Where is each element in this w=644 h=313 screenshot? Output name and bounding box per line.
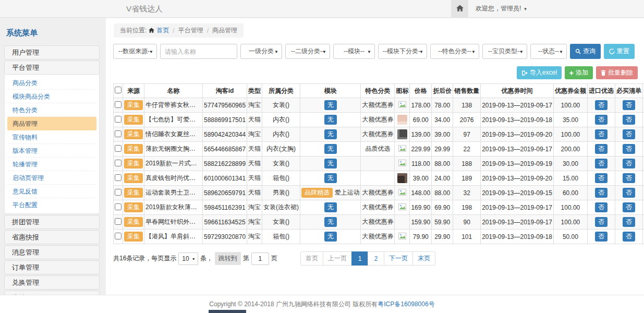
sidebar-section[interactable]: 拼团管理 (4, 215, 100, 229)
home-button[interactable] (451, 0, 468, 17)
filter-select[interactable]: --状态--▼ (530, 44, 567, 59)
module-none-badge[interactable]: 无 (324, 217, 337, 227)
sidebar-section[interactable]: 兑换管理 (4, 275, 100, 290)
sidebar-section[interactable]: 消息管理 (4, 245, 100, 259)
row-checkbox[interactable] (115, 218, 121, 225)
row-select-cell (114, 127, 123, 142)
sidebar-item[interactable]: 轮播管理 (7, 158, 96, 171)
icp-link[interactable]: 粤ICP备16098006号 (378, 300, 434, 309)
sidebar-item[interactable]: 启动页管理 (7, 171, 96, 185)
row-checkbox[interactable] (115, 160, 121, 166)
row-checkbox[interactable] (115, 145, 121, 152)
page-button[interactable]: 1 (351, 251, 368, 266)
cell-module: 无 (300, 156, 361, 171)
row-checkbox[interactable] (115, 174, 121, 181)
add-button[interactable]: + 添加 (565, 66, 593, 79)
import-select-toggle[interactable]: 否 (595, 188, 607, 198)
must-buy-toggle[interactable]: 否 (623, 129, 635, 140)
user-menu[interactable]: 欢迎您，管理员! ▾ (468, 0, 534, 17)
must-buy-toggle[interactable]: 否 (623, 115, 635, 125)
import-select-toggle[interactable]: 否 (595, 202, 607, 213)
sidebar-item[interactable]: 商品管理 (7, 117, 96, 130)
must-buy-toggle[interactable]: 否 (623, 144, 635, 154)
filter-select[interactable]: --模块--▼ (333, 44, 375, 59)
module-none-badge[interactable]: 无 (324, 115, 337, 125)
import-select-toggle[interactable]: 否 (595, 232, 607, 242)
row-checkbox[interactable] (115, 189, 121, 196)
cell-icon (395, 215, 410, 230)
module-none-badge[interactable]: 无 (324, 129, 337, 140)
filter-select[interactable]: --宝贝类型--▼ (482, 44, 527, 59)
filter-select[interactable]: --数据来源--▼ (113, 44, 157, 59)
import-select-toggle[interactable]: 否 (595, 144, 607, 154)
must-buy-toggle[interactable]: 否 (623, 173, 635, 184)
breadcrumb-separator: / (205, 27, 210, 34)
name-search-input[interactable] (160, 44, 237, 59)
module-none-badge[interactable]: 无 (324, 202, 337, 213)
sidebar-item[interactable]: 平台配置 (7, 198, 96, 212)
reset-button[interactable]: 重置 (604, 44, 635, 59)
cell-feature-category (361, 156, 395, 171)
module-none-badge[interactable]: 无 (324, 173, 337, 184)
sidebar-section[interactable]: 订单管理 (4, 260, 100, 274)
sidebar-section[interactable]: 统计管理 (4, 291, 100, 295)
sidebar-item[interactable]: 商品分类 (7, 76, 96, 90)
must-buy-toggle[interactable]: 否 (623, 217, 635, 227)
must-buy-toggle[interactable]: 否 (623, 100, 635, 111)
sidebar-item[interactable]: 版本管理 (7, 144, 96, 158)
cell-discount-price: 69.90 (432, 200, 453, 215)
must-buy-toggle[interactable]: 否 (623, 202, 635, 213)
import-select-toggle[interactable]: 否 (595, 100, 607, 111)
cell-type: 天猫 (247, 171, 262, 186)
filter-select[interactable]: --模块下分类--▼ (378, 44, 427, 59)
import-select-toggle[interactable]: 否 (595, 217, 607, 227)
sidebar-item[interactable]: 宣传物料 (7, 130, 96, 144)
column-header: 折后价 (432, 84, 453, 98)
page-button[interactable]: 下一页 (384, 251, 413, 266)
module-none-badge[interactable]: 无 (324, 159, 337, 169)
sidebar-item[interactable]: 特色分类 (7, 103, 96, 117)
must-buy-toggle[interactable]: 否 (623, 159, 635, 169)
cell-price: 39.00 (410, 171, 432, 186)
page-button[interactable]: 2 (368, 251, 384, 266)
import-select-toggle[interactable]: 否 (595, 173, 607, 184)
sidebar-item[interactable]: 意见反馈 (7, 185, 96, 198)
page-button[interactable]: 首页 (300, 251, 323, 266)
per-page-select[interactable]: 10 ▼ (178, 252, 198, 265)
broken-image-icon (398, 102, 406, 110)
sidebar-section[interactable]: 省惠快报 (4, 230, 100, 244)
row-select-cell (114, 142, 123, 156)
jump-button[interactable]: 跳转到 (215, 252, 241, 265)
horizontal-scrollbar-thumb[interactable] (209, 310, 246, 313)
import-select-toggle[interactable]: 否 (595, 159, 607, 169)
must-buy-toggle[interactable]: 否 (623, 232, 635, 242)
module-none-badge[interactable]: 无 (324, 232, 337, 242)
row-checkbox[interactable] (115, 116, 121, 123)
cell-sales: 198 (453, 200, 481, 215)
page-number-input[interactable] (251, 252, 269, 265)
breadcrumb-home-link[interactable]: 首页 (156, 26, 169, 35)
chevron-down-icon: ▼ (471, 50, 476, 54)
module-none-badge[interactable]: 无 (324, 100, 337, 111)
row-checkbox[interactable] (115, 233, 121, 239)
search-button[interactable]: 查询 (570, 44, 601, 59)
row-checkbox[interactable] (115, 203, 121, 210)
row-checkbox[interactable] (115, 101, 121, 108)
row-checkbox[interactable] (115, 130, 121, 137)
filter-select[interactable]: --特色分类--▼ (430, 44, 479, 59)
import-select-toggle[interactable]: 否 (595, 115, 607, 125)
import-excel-button[interactable]: 导入excel (517, 66, 562, 79)
select-all-checkbox[interactable] (115, 87, 121, 93)
sidebar-section[interactable]: 平台管理 (4, 61, 100, 75)
module-none-badge[interactable]: 无 (324, 144, 337, 154)
sidebar-section[interactable]: 用户管理 (4, 45, 100, 59)
batch-delete-button[interactable]: 批量删除 (596, 66, 638, 79)
cell-feature-category: 大额优惠券 (361, 215, 395, 230)
page-button[interactable]: 上一页 (323, 251, 352, 266)
sidebar-item[interactable]: 模块商品分类 (7, 90, 96, 103)
filter-select[interactable]: 一级分类▼ (240, 44, 282, 59)
page-button[interactable]: 末页 (412, 251, 435, 266)
filter-select[interactable]: --二级分类--▼ (285, 44, 330, 59)
import-select-toggle[interactable]: 否 (595, 129, 607, 140)
must-buy-toggle[interactable]: 否 (623, 188, 635, 198)
